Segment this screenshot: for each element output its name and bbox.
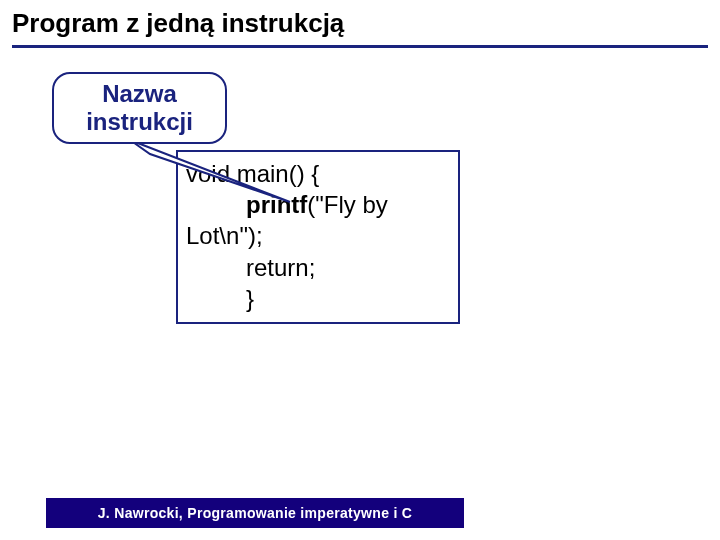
code-line-5-indent xyxy=(186,285,246,312)
slide-content: Nazwa instrukcji void main() { printf("F… xyxy=(0,48,720,468)
callout-label: Nazwa instrukcji xyxy=(54,80,225,135)
footer-bar: J. Nawrocki, Programowanie imperatywne i… xyxy=(46,498,464,528)
svg-marker-0 xyxy=(130,140,290,202)
code-line-5: } xyxy=(246,285,254,312)
code-line-2-post: ("Fly by xyxy=(307,191,388,218)
footer-text: J. Nawrocki, Programowanie imperatywne i… xyxy=(98,505,412,521)
callout-bubble: Nazwa instrukcji xyxy=(52,72,227,144)
callout-pointer-icon xyxy=(120,126,300,246)
code-line-4: return; xyxy=(246,254,315,281)
code-line-4-indent xyxy=(186,254,246,281)
page-title: Program z jedną instrukcją xyxy=(0,0,720,45)
